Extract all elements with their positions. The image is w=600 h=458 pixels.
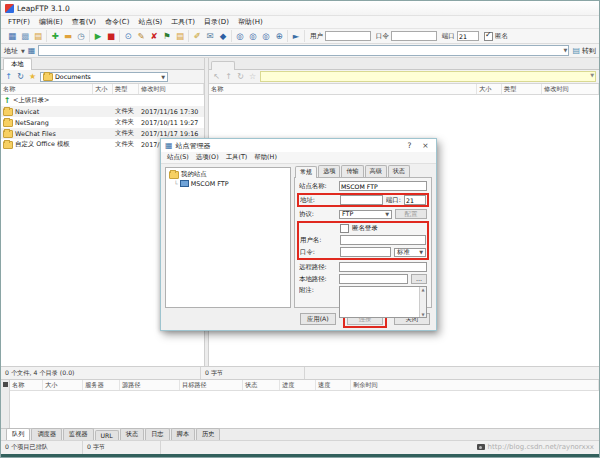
local-tab[interactable]: 本地 (3, 58, 32, 70)
password-mode-select[interactable]: 标准 ▼ (394, 248, 426, 257)
menu-item[interactable]: 命令(C) (101, 16, 133, 28)
dialog-tab[interactable]: 常规 (295, 166, 317, 178)
column-header[interactable]: 类型 (113, 84, 139, 94)
password-input[interactable] (340, 247, 391, 257)
chevron-down-icon[interactable]: ▼ (590, 72, 594, 78)
up-level-icon[interactable]: ↑ (224, 72, 233, 82)
chevron-down-icon[interactable]: ▼ (161, 74, 165, 80)
site-manager-icon[interactable]: ▦ (7, 31, 17, 41)
username-input[interactable] (340, 235, 426, 245)
bottom-tab[interactable]: 调度器 (31, 428, 62, 440)
stop-transfer-icon[interactable]: ■ (106, 31, 116, 41)
rename-icon[interactable]: ✐ (192, 31, 202, 41)
favorites-icon[interactable]: ★ (28, 72, 37, 82)
folder-open-icon[interactable]: ▤ (175, 31, 185, 41)
address-input[interactable]: ▼ (38, 45, 569, 56)
column-header[interactable]: 名称 (209, 84, 477, 94)
column-header[interactable]: 大小 (477, 84, 502, 94)
address-input[interactable] (340, 195, 383, 205)
bottom-tab[interactable]: 日志 (145, 428, 169, 440)
column-header[interactable]: 修改时间 (139, 84, 204, 94)
password-input[interactable] (391, 31, 437, 41)
flag-icon[interactable]: ⚑ (162, 31, 172, 41)
start-transfer-icon[interactable]: ▶ (93, 31, 103, 41)
column-header[interactable]: 名称 (1, 84, 93, 94)
user-input[interactable] (325, 31, 371, 41)
search-icon[interactable]: ⊙ (123, 31, 133, 41)
column-header[interactable]: 类型 (502, 84, 542, 94)
bottom-tab[interactable]: URL (95, 430, 119, 440)
mail-icon[interactable]: ✉ (205, 31, 215, 41)
bottom-tab[interactable]: 队列 (6, 428, 30, 440)
find-icon[interactable]: ◎ (235, 31, 245, 41)
queue-grip-icon[interactable] (3, 382, 8, 387)
folder-icon[interactable]: ▤ (33, 31, 43, 41)
port-input[interactable] (404, 195, 426, 205)
menu-item[interactable]: FTP(F) (4, 17, 34, 27)
dialog-tab[interactable]: 高级 (365, 165, 387, 177)
protocol-select[interactable]: FTP ▼ (339, 210, 392, 219)
favorites-icon[interactable]: ☆ (248, 72, 257, 82)
address-input-caret-icon[interactable]: ▼ (564, 47, 568, 53)
column-header[interactable]: 进度 (280, 380, 316, 390)
local-path-combo[interactable]: Documents ▼ (40, 72, 168, 82)
find-all-icon[interactable]: ◎ (261, 31, 271, 41)
menu-item[interactable]: 站点(S) (134, 16, 166, 28)
go-button[interactable]: ▤ 转到 (572, 46, 596, 56)
column-header[interactable]: 状态 (243, 380, 280, 390)
column-header[interactable]: 大小 (93, 84, 113, 94)
dialog-menu-item[interactable]: 选项(O) (193, 153, 222, 162)
dialog-menu-item[interactable]: 站点(S) (164, 153, 192, 162)
delete-icon[interactable]: ✘ (149, 31, 159, 41)
bottom-tab[interactable]: 脚本 (171, 428, 195, 440)
dialog-tab[interactable]: 传输 (341, 165, 363, 177)
site-name-input[interactable] (339, 181, 427, 191)
close-icon[interactable]: × (419, 140, 432, 151)
dialog-menu-item[interactable]: 工具(T) (223, 153, 251, 162)
configure-button[interactable]: 配置 (395, 209, 427, 219)
anonymous-checkbox[interactable] (484, 32, 493, 41)
file-row[interactable]: NetSarang文件夹2017/10/11 19:27 (1, 117, 204, 128)
anonymous-checkbox[interactable] (340, 224, 349, 233)
file-row[interactable]: ↑<上级目录> (1, 95, 204, 106)
apply-button[interactable]: 应用(A) (300, 313, 336, 325)
column-header[interactable]: 名称 (10, 380, 43, 390)
remove-icon[interactable]: ▬ (63, 31, 73, 41)
menu-item[interactable]: 目录(D) (200, 16, 233, 28)
bottom-tab[interactable]: 监视器 (63, 428, 94, 440)
remote-path-bar[interactable]: ▼ (260, 71, 596, 82)
tree-root-my-sites[interactable]: 我的站点 (169, 170, 287, 179)
scrollbar[interactable]: ▲▼ (419, 287, 426, 317)
menu-item[interactable]: 编辑(E) (35, 16, 67, 28)
up-level-icon[interactable]: ↑ (4, 72, 13, 82)
port-input[interactable] (457, 31, 479, 41)
queue-icon[interactable]: ◆ (218, 31, 228, 41)
transfer-mode-icon[interactable]: ► (291, 31, 301, 41)
menu-item[interactable]: 查看(V) (68, 16, 100, 28)
dialog-tab[interactable]: 状态 (388, 165, 410, 177)
tree-site-item[interactable]: └ MSCOM FTP (174, 179, 287, 188)
disconnect-icon[interactable]: ↖ (212, 72, 221, 82)
notes-textarea[interactable]: ▲▼ (339, 286, 427, 318)
column-header[interactable]: 修改时间 (542, 84, 599, 94)
file-row[interactable]: Navicat文件夹2017/11/16 17:30 (1, 106, 204, 117)
menu-item[interactable]: 帮助(H) (234, 16, 267, 28)
column-header[interactable]: 目标路径 (180, 380, 243, 390)
refresh-icon[interactable]: ↻ (236, 72, 245, 82)
column-header[interactable]: 大小 (43, 380, 83, 390)
quick-connect-icon[interactable]: ▩ (20, 31, 30, 41)
bottom-tab[interactable]: 历史 (196, 428, 220, 440)
dialog-tab[interactable]: 选项 (318, 165, 340, 177)
refresh-icon[interactable]: ↻ (16, 72, 25, 82)
edit-icon[interactable]: ✎ (136, 31, 146, 41)
add-icon[interactable]: ✚ (50, 31, 60, 41)
remote-path-input[interactable] (339, 262, 427, 272)
remote-tab[interactable] (211, 61, 235, 70)
schedule-icon[interactable]: ◷ (76, 31, 86, 41)
address-dropdown-icon[interactable]: ▼ (21, 48, 25, 54)
menu-item[interactable]: 工具(T) (167, 16, 199, 28)
globe-icon[interactable]: ⊕ (274, 31, 284, 41)
help-button[interactable]: ? (403, 140, 416, 151)
column-header[interactable]: 速度 (316, 380, 351, 390)
column-header[interactable]: 剩余时间 (351, 380, 599, 390)
